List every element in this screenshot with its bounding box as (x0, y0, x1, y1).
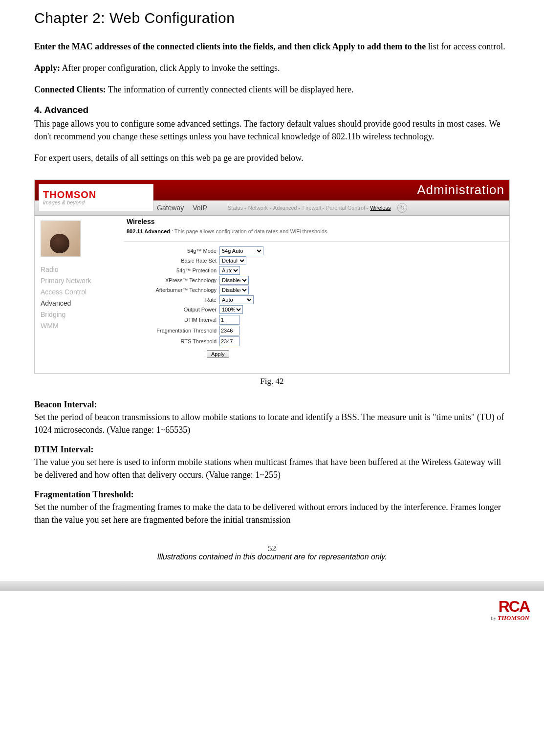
form-label: Afterburner™ Technology (138, 287, 219, 293)
content-desc-text: : This page allows configuration of data… (170, 228, 328, 234)
dtim-interval-def: DTIM Interval: The value you set here is… (34, 443, 510, 481)
dtim-label: DTIM Interval: (34, 445, 93, 454)
thomson-logo: THOMSON images & beyond (39, 184, 153, 211)
form-label: Basic Rate Set (138, 258, 219, 264)
subnav-advanced[interactable]: Advanced - (273, 205, 301, 211)
form-label: 54g™ Mode (138, 248, 219, 254)
form-row: Fragmentation Threshold (138, 326, 509, 335)
footer-thomson: THOMSON (498, 614, 529, 622)
frag-text: Set the number of the fragmenting frames… (34, 502, 501, 525)
form-label: XPress™ Technology (138, 277, 219, 283)
section-body-p2: For expert users, details of all setting… (34, 152, 510, 164)
beacon-label: Beacon Interval: (34, 400, 97, 409)
form-row: RateAuto (138, 295, 509, 304)
logo-sub: images & beyond (43, 200, 153, 205)
intro-p1: Enter the MAC addresses of the connected… (34, 40, 510, 53)
beacon-interval-def: Beacon Interval: Set the period of beaco… (34, 398, 510, 436)
footer-by: by (491, 615, 496, 621)
advanced-form: 54g™ Mode54g AutoBasic Rate SetDefault54… (124, 246, 509, 346)
subnav-firewall[interactable]: Firewall - (302, 205, 324, 211)
connected-clients-text: The information of currently connected c… (106, 85, 354, 94)
footer-logo: RCA by THOMSON (0, 591, 544, 632)
connected-clients-paragraph: Connected Clients: The information of cu… (34, 83, 510, 96)
form-row: DTIM Interval (138, 315, 509, 325)
router-screenshot: THOMSON images & beyond Administration G… (34, 179, 510, 374)
sidebar-item-primary-network[interactable]: Primary Network (41, 277, 124, 285)
form-input[interactable] (219, 326, 239, 335)
form-label: Output Power (138, 307, 219, 312)
sidebar-item-advanced[interactable]: Advanced (41, 299, 124, 307)
disclaimer: Illustrations contained in this document… (34, 553, 510, 561)
form-select[interactable]: Disabled (219, 286, 249, 294)
form-select[interactable]: 100% (219, 305, 243, 314)
refresh-icon[interactable]: ↻ (397, 203, 407, 213)
page-number: 52 (34, 544, 510, 554)
subnav-parental[interactable]: Parental Control - (326, 205, 368, 211)
footer-band (0, 581, 544, 591)
tab-gateway[interactable]: Gateway (157, 204, 184, 212)
form-label: RTS Threshold (138, 338, 219, 344)
subnav-wireless[interactable]: Wireless (370, 205, 391, 211)
logo-main: THOMSON (43, 189, 153, 200)
form-row: Afterburner™ TechnologyDisabled (138, 286, 509, 294)
form-input[interactable] (219, 315, 239, 325)
sidebar-item-bridging[interactable]: Bridging (41, 311, 124, 318)
sidebar-photo (41, 221, 81, 257)
tab-voip[interactable]: VoIP (193, 204, 207, 212)
sidebar: Radio Primary Network Access Control Adv… (35, 216, 124, 374)
form-label: Fragmentation Threshold (138, 328, 219, 334)
form-label: 54g™ Protection (138, 267, 219, 273)
content-desc: 802.11 Advanced : This page allows confi… (124, 226, 509, 242)
form-label: Rate (138, 297, 219, 303)
form-select[interactable]: Auto (219, 266, 240, 275)
intro-p1-bold: Enter the MAC addresses of the connected… (34, 42, 428, 51)
form-row: RTS Threshold (138, 336, 509, 346)
frag-threshold-def: Fragmentation Threshold: Set the number … (34, 488, 510, 526)
dtim-text: The value you set here is used to inform… (34, 457, 501, 480)
form-label: DTIM Interval (138, 317, 219, 323)
form-select[interactable]: Disabled (219, 276, 249, 285)
content-desc-label: 802.11 Advanced (127, 228, 170, 234)
form-row: XPress™ TechnologyDisabled (138, 276, 509, 285)
form-row: Output Power100% (138, 305, 509, 314)
form-select[interactable]: Default (219, 256, 246, 265)
subnav-status[interactable]: Status - (228, 205, 246, 211)
form-row: 54g™ Mode54g Auto (138, 246, 509, 255)
connected-clients-label: Connected Clients: (34, 85, 106, 94)
intro-p1-rest: list for access control. (428, 42, 505, 51)
section-title: 4. Advanced (34, 105, 510, 115)
chapter-title: Chapter 2: Web Configuration (34, 10, 510, 26)
figure-caption: Fig. 42 (34, 377, 510, 386)
sidebar-item-wmm[interactable]: WMM (41, 322, 124, 330)
beacon-text: Set the period of beacon transmissions t… (34, 412, 504, 435)
subnav-network[interactable]: Network - (248, 205, 271, 211)
apply-label: Apply: (34, 63, 60, 73)
sidebar-item-access-control[interactable]: Access Control (41, 288, 124, 296)
sidebar-item-radio[interactable]: Radio (41, 266, 124, 273)
frag-label: Fragmentation Threshold: (34, 489, 134, 499)
apply-text: After proper configuration, click Apply … (60, 63, 280, 73)
form-select[interactable]: 54g Auto (219, 246, 263, 255)
rca-logo-text: RCA (491, 599, 529, 614)
form-select[interactable]: Auto (219, 295, 254, 304)
form-row: Basic Rate SetDefault (138, 256, 509, 265)
form-row: 54g™ ProtectionAuto (138, 266, 509, 275)
apply-button[interactable]: Apply (207, 350, 229, 358)
section-body-p1: This page allows you to configure some a… (34, 117, 510, 143)
content-panel: Wireless 802.11 Advanced : This page all… (124, 216, 509, 374)
apply-paragraph: Apply: After proper configuration, click… (34, 62, 510, 74)
form-input[interactable] (219, 336, 239, 346)
content-title: Wireless (124, 216, 509, 226)
